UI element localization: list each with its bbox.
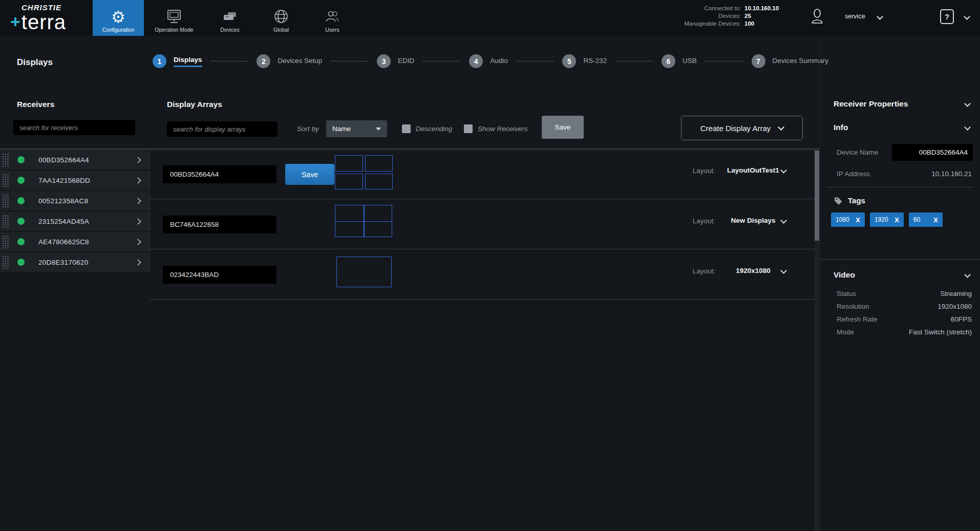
create-display-array-button[interactable]: Create Display Array	[681, 116, 803, 140]
receiver-list-item[interactable]: 005212358AC8	[0, 191, 150, 210]
array-name-input[interactable]	[163, 165, 276, 183]
video-refresh-rate-label: Refresh Rate	[837, 315, 878, 323]
status-online-icon	[17, 197, 25, 204]
video-wall-layout-2x2-icon[interactable]	[335, 205, 392, 237]
receivers-search-input[interactable]	[13, 120, 135, 135]
layout-label: Layout:	[691, 217, 715, 225]
nav-item-global[interactable]: Global	[255, 0, 307, 36]
wizard-step-edid[interactable]: 3 EDID	[377, 54, 414, 68]
drag-handle-icon[interactable]	[2, 153, 9, 166]
tag-chip: 60 X	[909, 213, 943, 227]
drag-handle-icon[interactable]	[2, 235, 9, 248]
devices-icon	[221, 7, 239, 27]
video-mode-value: Fast Switch (stretch)	[909, 328, 972, 336]
account-menu[interactable]: service	[809, 7, 882, 26]
gear-icon: ⚙	[111, 7, 125, 27]
layout-value: New Displays	[722, 217, 784, 224]
chevron-right-icon[interactable]	[135, 239, 141, 245]
video-wall-layout-2x2-icon[interactable]	[335, 155, 393, 189]
top-bar: CHRISTIE + terra ⚙ Configuration Op	[0, 0, 980, 36]
globe-icon	[273, 7, 289, 27]
receiver-list-item[interactable]: AE47806625C8	[0, 232, 150, 251]
wizard-step-audio[interactable]: 4 Audio	[469, 54, 508, 68]
main-scrollbar-track[interactable]	[815, 150, 819, 531]
nav-item-configuration[interactable]: ⚙ Configuration	[93, 0, 144, 36]
chevron-down-icon	[778, 124, 784, 131]
show-receivers-checkbox[interactable]	[464, 124, 473, 133]
receivers-list: 00BD352664A4 7AA1421568DD 005212358AC8 2…	[0, 150, 150, 273]
display-arrays-search-input[interactable]	[167, 121, 278, 137]
save-sort-button[interactable]: Save	[542, 116, 584, 139]
descending-checkbox[interactable]	[402, 124, 411, 133]
monitor-icon	[165, 7, 183, 27]
video-wall-layout-1x1-icon[interactable]	[336, 257, 392, 287]
layout-value: LayoutOutTest1	[722, 166, 784, 174]
receiver-list-item[interactable]: 7AA1421568DD	[0, 171, 150, 190]
video-collapse-icon[interactable]	[964, 271, 971, 278]
status-online-icon	[17, 156, 25, 163]
chevron-right-icon[interactable]	[135, 177, 141, 184]
remove-tag-icon[interactable]: X	[856, 216, 860, 224]
display-array-row: Layout: New Displays	[150, 200, 815, 249]
layout-label: Layout:	[691, 267, 715, 275]
drag-handle-icon[interactable]	[2, 215, 9, 228]
array-name-input[interactable]	[163, 266, 276, 284]
panel-divider	[826, 187, 974, 187]
app-screen: CHRISTIE + terra ⚙ Configuration Op	[0, 0, 980, 531]
chevron-right-icon[interactable]	[135, 259, 141, 266]
display-array-row: Layout: 1920x1080	[150, 250, 815, 300]
help-button[interactable]: ?	[940, 9, 954, 24]
drag-handle-icon[interactable]	[2, 256, 9, 269]
nav-item-operation-mode[interactable]: Operation Mode	[144, 0, 204, 36]
layout-label: Layout:	[691, 167, 715, 175]
step-connector	[516, 61, 555, 61]
nav-item-users[interactable]: Users	[307, 0, 358, 36]
video-section-title: Video	[834, 270, 855, 280]
step-connector	[615, 61, 653, 61]
account-chevron-down-icon[interactable]	[877, 13, 883, 20]
receiver-properties-panel: Receiver Properties Info Device Name IP …	[820, 36, 980, 531]
chevron-right-icon[interactable]	[135, 198, 141, 204]
status-online-icon	[17, 218, 25, 225]
wizard-step-devices-summary[interactable]: 7 Devices Summary	[752, 54, 829, 68]
remove-tag-icon[interactable]: X	[894, 216, 899, 224]
array-name-input[interactable]	[163, 216, 276, 233]
video-mode-label: Mode	[837, 328, 854, 336]
display-array-row: Save Layout: LayoutOutTest1	[150, 150, 815, 199]
receiver-list-item[interactable]: 00BD352664A4	[0, 150, 150, 169]
video-status-label: Status	[837, 290, 856, 298]
receiver-list-item[interactable]: 20D8E3170620	[0, 252, 150, 272]
nav-item-devices[interactable]: Devices	[204, 0, 255, 36]
wizard-step-displays[interactable]: 1 Displays	[153, 54, 202, 68]
main-scrollbar-thumb[interactable]	[815, 151, 819, 241]
drag-handle-icon[interactable]	[2, 174, 9, 187]
drag-handle-icon[interactable]	[2, 194, 9, 207]
chevron-right-icon[interactable]	[135, 218, 141, 225]
topbar-chevron-down-icon[interactable]	[964, 13, 970, 20]
wizard-step-usb[interactable]: 6 USB	[662, 54, 697, 68]
receiver-name: 00BD352664A4	[38, 156, 89, 164]
receivers-section-title: Receivers	[17, 100, 54, 109]
save-array-button[interactable]: Save	[285, 164, 334, 185]
chevron-right-icon[interactable]	[135, 157, 141, 163]
receiver-name: 7AA1421568DD	[38, 177, 90, 184]
panel-divider	[820, 259, 980, 260]
show-receivers-label: Show Receivers	[478, 125, 528, 133]
terra-plus-mark: +	[10, 13, 20, 30]
wizard-step-devices-setup[interactable]: 2 Devices Setup	[257, 54, 322, 68]
device-name-input[interactable]	[892, 144, 973, 161]
step-connector	[422, 61, 461, 61]
status-online-icon	[17, 238, 25, 245]
descending-label: Descending	[416, 125, 452, 133]
sort-select[interactable]: Name	[326, 120, 387, 137]
video-resolution-value: 1920x1080	[938, 303, 972, 310]
primary-nav: ⚙ Configuration Operation Mode	[93, 0, 358, 36]
receiver-list-item[interactable]: 2315254AD45A	[0, 211, 150, 231]
wizard-step-rs232[interactable]: 5 RS-232	[562, 54, 607, 68]
remove-tag-icon[interactable]: X	[933, 216, 938, 224]
info-collapse-icon[interactable]	[964, 124, 971, 131]
tag-chip: 1080 X	[831, 213, 865, 227]
tag-chip: 1920 X	[870, 213, 904, 227]
receiver-properties-collapse-icon[interactable]	[964, 100, 971, 107]
sort-by-label: Sort by	[297, 125, 319, 133]
